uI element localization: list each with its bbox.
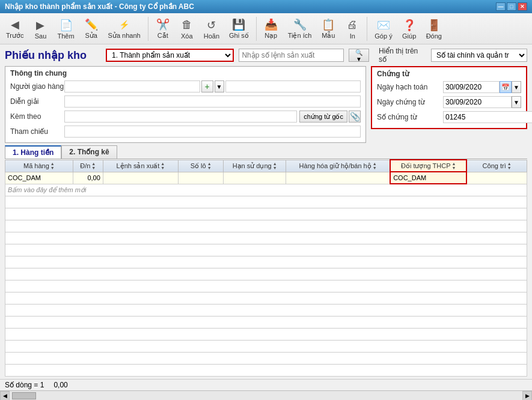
toolbar-nap[interactable]: 📥 Nạp bbox=[260, 16, 282, 41]
toolbar-truoc-label: Trước bbox=[6, 32, 23, 40]
save-icon: 💾 bbox=[231, 17, 246, 32]
table-row[interactable]: COC_DAM 0,00 COC_DAM bbox=[5, 172, 527, 184]
hang-hoa-sort[interactable]: ▲ ▼ bbox=[373, 162, 377, 170]
don-sort[interactable]: ▲ ▼ bbox=[91, 162, 96, 170]
cell-han-sd[interactable] bbox=[224, 172, 286, 184]
cut-icon: ✂️ bbox=[156, 17, 170, 32]
close-button[interactable]: ✕ bbox=[518, 2, 527, 11]
empty-row-11 bbox=[5, 316, 527, 328]
toolbar-giup-label: Giúp bbox=[402, 32, 416, 40]
nguoi-giao-hang-dropdown-button[interactable]: ▼ bbox=[215, 80, 224, 92]
add-new-row[interactable]: Bấm vào đây để thêm mới bbox=[5, 184, 527, 196]
cell-ma-hang[interactable]: COC_DAM bbox=[5, 172, 73, 184]
empty-row-9 bbox=[5, 292, 527, 304]
dien-giai-input[interactable] bbox=[64, 95, 361, 108]
thong-tin-chung-section: Thông tin chung Người giao hàng + ▼ Diễn… bbox=[5, 66, 366, 143]
add-nguoi-giao-hang-button[interactable]: + bbox=[201, 80, 213, 92]
scroll-thumb[interactable] bbox=[12, 392, 36, 399]
cell-cong-trinh[interactable] bbox=[466, 172, 527, 184]
col-so-lo: Số lô ▲ ▼ bbox=[179, 160, 224, 172]
ngay-hach-toan-row: Ngày hạch toán 📅 ▼ bbox=[377, 80, 521, 94]
cell-hang-hoa[interactable] bbox=[286, 172, 391, 184]
right-panel: Chứng từ Ngày hạch toán 📅 ▼ Ngày chứng t… bbox=[371, 66, 527, 143]
col-hang-hoa: Hàng hóa giữ hộ/bán hộ ▲ ▼ bbox=[286, 160, 391, 172]
cell-don[interactable]: 0,00 bbox=[73, 172, 103, 184]
undo-icon: ↺ bbox=[204, 18, 219, 32]
lenh-sx-sort[interactable]: ▲ ▼ bbox=[161, 162, 165, 170]
toolbar-dong[interactable]: 🚪 Đóng bbox=[423, 17, 445, 41]
grid-container: Mã hàng ▲ ▼ Đ/n ▲ ▼ bbox=[5, 159, 527, 377]
toolbar-ghi-so[interactable]: 💾 Ghi số bbox=[225, 16, 252, 41]
window-controls[interactable]: — □ ✕ bbox=[496, 2, 527, 11]
toolbar-them[interactable]: 📄 Thêm bbox=[54, 17, 78, 41]
nguoi-giao-hang-label: Người giao hàng bbox=[10, 82, 64, 91]
toolbar-in[interactable]: 🖨 In bbox=[341, 17, 363, 41]
toolbar-cat[interactable]: ✂️ Cắt bbox=[152, 16, 174, 41]
ngay-hach-toan-input[interactable] bbox=[443, 81, 500, 93]
toolbar-truoc[interactable]: ◀ Trước bbox=[2, 16, 27, 41]
so-chung-tu-input[interactable] bbox=[443, 111, 532, 123]
toolbar-tien-ich-label: Tiện ích bbox=[288, 32, 312, 40]
toolbar-sua-nhanh[interactable]: ⚡ Sửa nhanh bbox=[105, 16, 144, 41]
search-button[interactable]: 🔍 ▼ bbox=[349, 49, 369, 62]
ma-hang-sort[interactable]: ▲ ▼ bbox=[50, 162, 55, 170]
nguoi-giao-hang-name-input[interactable] bbox=[225, 80, 361, 92]
attach-button[interactable]: 📎 bbox=[349, 111, 361, 123]
scroll-right-button[interactable]: ▶ bbox=[522, 391, 532, 401]
add-icon: 📄 bbox=[59, 18, 73, 32]
toolbar-sua[interactable]: ✏️ Sửa bbox=[81, 16, 102, 41]
toolbar-gop-y-label: Góp ý bbox=[375, 32, 392, 40]
main-content: Phiếu nhập kho 1. Thành phẩm sản xuất 🔍 … bbox=[0, 44, 532, 379]
add-new-cell[interactable]: Bấm vào đây để thêm mới bbox=[5, 184, 527, 196]
tab-hang-tien[interactable]: 1. Hàng tiền bbox=[5, 145, 61, 159]
toolbar-tien-ich[interactable]: 🔧 Tiện ích bbox=[284, 16, 316, 41]
cell-lenh-sx[interactable] bbox=[103, 172, 178, 184]
toolbar-hoan[interactable]: ↺ Hoãn bbox=[200, 17, 223, 41]
toolbar-mau[interactable]: 📋 Mẫu bbox=[317, 16, 339, 41]
total-value: 0,00 bbox=[54, 381, 67, 389]
toolbar-sau[interactable]: ▶ Sau bbox=[29, 17, 51, 41]
quick-edit-icon: ⚡ bbox=[117, 17, 132, 32]
cell-so-lo[interactable] bbox=[179, 172, 224, 184]
so-dong-label: Số dòng = 1 bbox=[5, 381, 44, 389]
utility-icon: 🔧 bbox=[293, 17, 307, 32]
divider-2 bbox=[256, 17, 257, 41]
empty-row-12 bbox=[5, 328, 527, 340]
toolbar-xoa[interactable]: 🗑 Xóa bbox=[176, 17, 198, 41]
chung-tu-goc-button[interactable]: chứng từ gốc bbox=[299, 111, 347, 123]
hienthi-select[interactable]: Số tài chính và quản tr bbox=[431, 49, 527, 62]
tham-chieu-input[interactable] bbox=[64, 126, 361, 138]
help-icon: ❓ bbox=[402, 18, 417, 32]
empty-row-5 bbox=[5, 244, 527, 256]
so-lo-sort[interactable]: ▲ ▼ bbox=[207, 162, 212, 170]
empty-row-6 bbox=[5, 256, 527, 268]
minimize-button[interactable]: — bbox=[496, 2, 506, 11]
tham-chieu-row: Tham chiếu bbox=[10, 125, 361, 138]
dien-giai-row: Diễn giải bbox=[10, 95, 361, 108]
scroll-left-button[interactable]: ◀ bbox=[0, 391, 10, 401]
nguoi-giao-hang-input[interactable] bbox=[64, 80, 200, 92]
tham-chieu-label: Tham chiếu bbox=[10, 127, 64, 136]
empty-row-13 bbox=[5, 340, 527, 352]
tab-thong-ke[interactable]: 2. Thống kê bbox=[61, 145, 117, 159]
col-ma-hang: Mã hàng ▲ ▼ bbox=[5, 160, 73, 172]
search-lenh-sx-input[interactable] bbox=[239, 49, 344, 62]
window-title: Nhập kho thành phẩm sản xuất - Công ty C… bbox=[5, 2, 194, 11]
form-type-dropdown[interactable]: 1. Thành phẩm sản xuất bbox=[106, 49, 234, 62]
left-panel: Thông tin chung Người giao hàng + ▼ Diễn… bbox=[5, 66, 366, 143]
toolbar-gop-y[interactable]: ✉️ Góp ý bbox=[371, 17, 396, 41]
han-sd-sort[interactable]: ▲ ▼ bbox=[273, 162, 277, 170]
toolbar-giup[interactable]: ❓ Giúp bbox=[399, 17, 420, 41]
toolbar-sau-label: Sau bbox=[35, 32, 47, 40]
horizontal-scrollbar[interactable]: ◀ ▶ bbox=[0, 390, 532, 400]
kem-theo-input[interactable] bbox=[64, 111, 297, 123]
ngay-hach-toan-calendar-button[interactable]: 📅 bbox=[500, 81, 512, 93]
maximize-button[interactable]: □ bbox=[507, 2, 516, 11]
doi-tuong-sort[interactable]: ▲ ▼ bbox=[452, 162, 456, 170]
empty-row-8 bbox=[5, 280, 527, 292]
cong-trinh-sort[interactable]: ▲ ▼ bbox=[507, 162, 512, 170]
ngay-hach-toan-dropdown-button[interactable]: ▼ bbox=[512, 81, 521, 93]
cell-doi-tuong[interactable]: COC_DAM bbox=[390, 172, 466, 184]
ngay-chung-tu-dropdown-button[interactable]: ▼ bbox=[512, 96, 521, 108]
ngay-chung-tu-input[interactable] bbox=[443, 96, 512, 108]
